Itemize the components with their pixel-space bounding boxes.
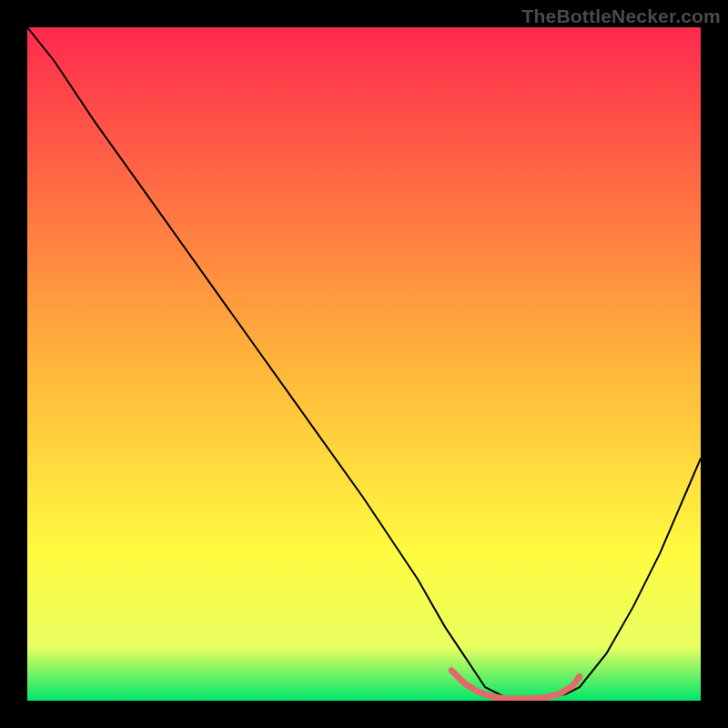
watermark-text: TheBottleNecker.com [521, 5, 721, 27]
chart-svg [27, 27, 701, 701]
chart-frame [27, 27, 701, 701]
gradient-background [27, 27, 701, 701]
